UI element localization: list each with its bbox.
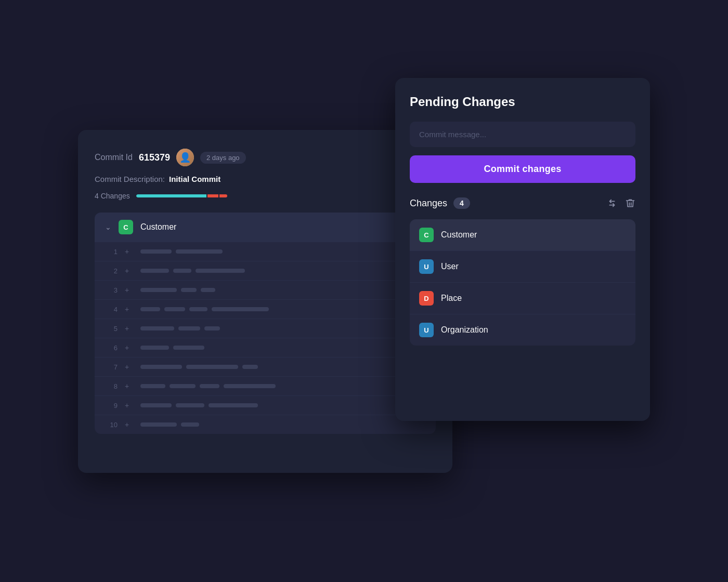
changes-row: Changes 4 [410, 197, 635, 209]
table-header: ⌄ C Customer [95, 213, 436, 242]
table-row: 6 + [95, 338, 436, 357]
table-row: 1 + [95, 242, 436, 261]
place-name: Place [441, 294, 462, 303]
row-bars [140, 384, 425, 388]
plus-icon: + [125, 382, 133, 390]
row-bars [140, 346, 425, 350]
commit-header: Commit Id 615379 2 days ago [95, 149, 436, 166]
changes-count-label: 4 Changes [95, 192, 130, 200]
progress-red-2 [219, 194, 227, 197]
table-row: 8 + [95, 376, 436, 395]
row-bars [140, 288, 425, 292]
org-name: Organization [441, 325, 488, 335]
changes-text: Changes [410, 198, 447, 209]
plus-icon: + [125, 324, 133, 333]
changes-actions [606, 197, 635, 209]
customer-name: Customer [441, 230, 477, 240]
plus-icon: + [125, 420, 133, 429]
trash-icon[interactable] [625, 198, 635, 208]
progress-green [136, 194, 206, 197]
row-bars [140, 365, 425, 369]
plus-icon: + [125, 363, 133, 371]
user-name: User [441, 262, 459, 271]
table-row: 7 + [95, 357, 436, 376]
change-item-user[interactable]: U User [410, 250, 635, 282]
table-row: 2 + [95, 261, 436, 280]
entity-badge-header: C [119, 220, 133, 234]
place-badge: D [419, 291, 434, 306]
plus-icon: + [125, 401, 133, 409]
row-bars [140, 422, 425, 427]
commit-description: Commit Description: Initial Commit [95, 175, 436, 183]
row-bars [140, 307, 425, 311]
avatar [176, 149, 194, 166]
panel-title: Pending Changes [410, 95, 635, 109]
progress-red-1 [207, 194, 219, 197]
pending-panel: Pending Changes Commit changes Changes 4 [395, 78, 650, 421]
plus-icon: + [125, 305, 133, 313]
changes-left: Changes 4 [410, 197, 470, 209]
changes-list: C Customer U User D Place U Organization [410, 219, 635, 346]
swap-icon[interactable] [606, 197, 618, 209]
change-item-customer[interactable]: C Customer [410, 219, 635, 250]
table-row: 3 + [95, 280, 436, 299]
change-item-organization[interactable]: U Organization [410, 314, 635, 346]
plus-icon: + [125, 286, 133, 294]
row-bars [140, 249, 425, 254]
table-row: 9 + [95, 395, 436, 415]
scene: Commit Id 615379 2 days ago Commit Descr… [78, 78, 650, 504]
table-row: 5 + [95, 319, 436, 338]
time-badge: 2 days ago [200, 152, 246, 164]
plus-icon: + [125, 343, 133, 352]
table-row: 10 + [95, 415, 436, 434]
entity-name-header: Customer [140, 222, 176, 232]
row-bars [140, 403, 425, 407]
commit-desc-label: Commit Description: [95, 175, 165, 183]
commit-desc-value: Initial Commit [169, 175, 220, 183]
table-container: ⌄ C Customer 1 + 2 + [95, 213, 436, 434]
change-item-place[interactable]: D Place [410, 282, 635, 314]
commit-id-value: 615379 [139, 152, 170, 163]
commit-message-input[interactable] [410, 122, 635, 147]
changes-bar-row: 4 Changes [95, 192, 436, 200]
commit-id-label: Commit Id [95, 153, 133, 162]
plus-icon: + [125, 247, 133, 256]
row-bars [140, 326, 425, 330]
progress-bar [136, 194, 230, 197]
plus-icon: + [125, 267, 133, 275]
table-row: 4 + [95, 299, 436, 319]
commit-button[interactable]: Commit changes [410, 155, 635, 183]
row-bars [140, 269, 425, 273]
chevron-icon[interactable]: ⌄ [105, 223, 111, 231]
org-badge: U [419, 323, 434, 337]
user-badge: U [419, 259, 434, 274]
changes-count-badge: 4 [453, 197, 470, 209]
customer-badge: C [419, 228, 434, 242]
